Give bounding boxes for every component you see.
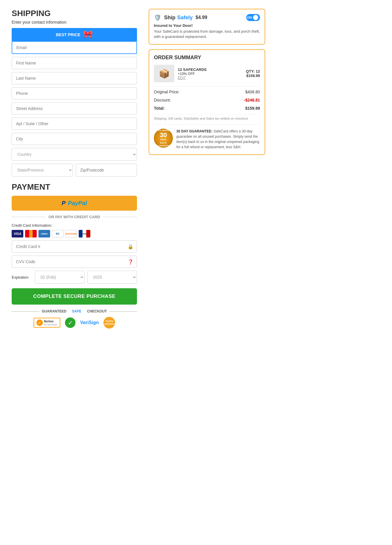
cvv-input[interactable] — [12, 256, 137, 268]
paypal-label: PayPal — [68, 200, 87, 207]
original-price-label: Original Price: — [154, 90, 180, 94]
product-info: 12 SAFECARDS +10% OFF EDIT — [178, 67, 242, 80]
expiration-label: Expiration — [12, 275, 32, 280]
shield-icon: 🛡️ — [154, 14, 161, 21]
apt-input[interactable] — [12, 118, 137, 130]
diners-icon: DC — [52, 230, 64, 237]
order-summary-card: ORDER SUMMARY 📦 12 SAFECARDS +10% OFF ED… — [149, 49, 265, 155]
credit-card-input[interactable] — [12, 240, 137, 253]
phone-group — [12, 87, 137, 99]
city-group — [12, 133, 137, 145]
cvv-wrapper: ❓ — [12, 256, 137, 268]
insured-text: Your SafeCard is protected from damage, … — [154, 29, 260, 39]
exp-year-select[interactable]: 2024 2025 2026 2027 2028 — [87, 271, 137, 284]
original-price-line: Original Price: $408.80 — [154, 88, 260, 96]
veri-text: Veri — [80, 320, 89, 325]
product-price: $159.99 — [246, 74, 260, 78]
last-name-input[interactable] — [12, 72, 137, 84]
ship-safely-logo: ShipSafely — [164, 15, 193, 21]
total-line: Total: $159.99 — [154, 104, 260, 112]
paypal-button[interactable]: P PayPal — [12, 196, 137, 211]
discount-value: -$248.81 — [244, 98, 260, 102]
ship-safely-card: 🛡️ ShipSafely $4.99 ON Insured to Your D… — [149, 9, 265, 45]
help-icon: ❓ — [128, 259, 133, 265]
state-zip-row: State/Province Alabama Alaska California — [12, 164, 137, 177]
paypal-p-icon: P — [62, 200, 66, 207]
product-qty-price: QTY: 12 $159.99 — [246, 69, 260, 78]
toggle-on-label: ON — [247, 16, 252, 19]
checkout-note: Shipping, Gift cards, ShipSafely and Sal… — [154, 114, 260, 120]
ship-text: Ship — [164, 15, 175, 21]
street-input[interactable] — [12, 102, 137, 115]
ship-safely-price: $4.99 — [196, 15, 207, 20]
lock-icon: 🔒 — [128, 244, 133, 249]
product-qty: QTY: 12 — [246, 69, 260, 74]
product-edit-link[interactable]: EDIT — [178, 76, 242, 80]
safely-text: Safely — [177, 15, 193, 21]
order-divider-1 — [154, 86, 260, 87]
product-thumbnail: 📦 — [159, 69, 170, 79]
discount-line: Discount: -$248.81 — [154, 96, 260, 104]
zip-input[interactable] — [76, 164, 137, 177]
checkout-text: CHECKOUT — [87, 309, 107, 313]
guarantee-text: 30 DAY GUARANTEE: SafeCard offers a 30-d… — [176, 129, 260, 150]
product-image: 📦 — [154, 65, 174, 82]
best-price-banner: BEST PRICE 🎀 — [12, 28, 137, 41]
payment-title: PAYMENT — [12, 182, 137, 192]
mastercard-icon — [25, 230, 37, 237]
guarantee-bottom-text: GUARANTEE — [156, 144, 171, 147]
sign-text: Sign — [89, 320, 99, 325]
guarantee-badge: 100% MONEY 30 DAYS BACK GUARANTEE — [154, 129, 173, 148]
discount-label: Discount: — [154, 98, 171, 102]
guaranteed-text-1: GUARANTEED — [42, 309, 66, 313]
insured-title: Insured to Your Door! — [154, 23, 260, 28]
shipping-subtitle: Enter your contact information: — [12, 20, 137, 25]
ship-safely-header: 🛡️ ShipSafely $4.99 ON — [154, 14, 260, 21]
last-name-group — [12, 72, 137, 84]
phone-input[interactable] — [12, 87, 137, 99]
email-group — [12, 41, 137, 54]
product-row: 📦 12 SAFECARDS +10% OFF EDIT QTY: 12 $15… — [154, 65, 260, 82]
first-name-input[interactable] — [12, 57, 137, 69]
verisign-badge: VeriSign — [80, 320, 99, 325]
visa-icon: VISA — [12, 230, 23, 237]
guarantee-title: 30 DAY GUARANTEE: — [176, 129, 212, 133]
email-input[interactable] — [12, 41, 137, 54]
trust-badges: ✓ Norton by Symantec ✓ VeriSign PayPalVE… — [12, 317, 137, 329]
guarantee-section: 100% MONEY 30 DAYS BACK GUARANTEE 30 DAY… — [154, 124, 260, 150]
card-icons-row: VISA AMEX DC DISCOVER JCB — [12, 230, 137, 237]
street-group — [12, 102, 137, 115]
toggle-circle — [253, 15, 258, 20]
original-price-value: $408.80 — [245, 90, 260, 94]
city-input[interactable] — [12, 133, 137, 145]
or-divider: OR PAY WITH CREDIT CARD — [12, 215, 137, 219]
norton-check-icon: ✓ — [36, 319, 43, 326]
guaranteed-checkout-bar: GUARANTEED SAFE CHECKOUT — [12, 309, 137, 313]
ship-safely-toggle[interactable]: ON — [246, 14, 260, 21]
shipping-title: SHIPPING — [12, 9, 137, 18]
exp-month-select[interactable]: 01 (Jan) 02 (Feb) 03 (Mar) 04 (Apr) 05 (… — [35, 271, 85, 284]
ribbon-icon: 🎀 — [83, 30, 93, 39]
safe-text: SAFE — [72, 309, 81, 313]
norton-sub: by Symantec — [44, 323, 57, 326]
guarantee-back-text: BACK — [160, 142, 167, 144]
state-select[interactable]: State/Province Alabama Alaska California — [12, 164, 73, 177]
cc-info-label: Credit Card Information: — [12, 223, 137, 228]
best-price-label: BEST PRICE — [56, 32, 80, 37]
complete-purchase-button[interactable]: COMPLETE SECURE PURCHASE — [12, 288, 137, 305]
country-select[interactable]: Country United States Canada United King… — [12, 148, 137, 161]
jcb-icon: JCB — [79, 230, 90, 237]
first-name-group — [12, 57, 137, 69]
product-discount-label: +10% OFF — [178, 72, 242, 76]
norton-text-block: Norton by Symantec — [44, 320, 57, 326]
apt-group — [12, 118, 137, 130]
expiration-row: Expiration 01 (Jan) 02 (Feb) 03 (Mar) 04… — [12, 271, 137, 284]
amex-icon: AMEX — [38, 230, 50, 237]
paypal-verified-badge: PayPalVERIFIED — [103, 317, 115, 329]
norton-badge: ✓ Norton by Symantec — [34, 318, 60, 328]
guarantee-days-label: DAYS — [160, 138, 167, 141]
paypal-verified-text: PayPalVERIFIED — [104, 320, 115, 325]
product-name: 12 SAFECARDS — [178, 67, 242, 72]
or-text: OR PAY WITH CREDIT CARD — [48, 215, 100, 219]
total-label: Total: — [154, 106, 165, 111]
